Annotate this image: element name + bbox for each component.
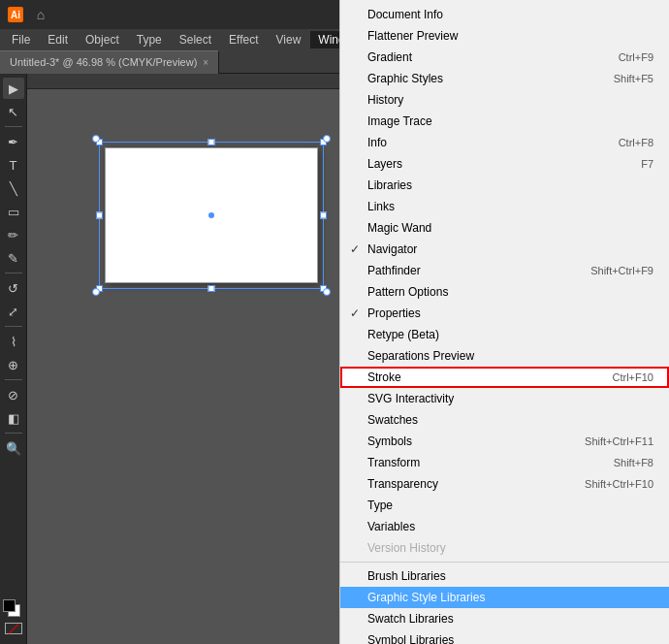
line-tool-button[interactable]: ╲: [3, 177, 24, 199]
document-tab[interactable]: Untitled-3* @ 46.98 % (CMYK/Preview) ×: [0, 50, 219, 74]
handle-ml[interactable]: [96, 212, 103, 219]
menu-item-image-trace[interactable]: Image Trace: [340, 111, 669, 132]
scale-tool-button[interactable]: ⤢: [3, 301, 24, 322]
zoom-tool-button[interactable]: 🔍: [3, 437, 24, 459]
handle-tl[interactable]: [96, 139, 103, 145]
selection-tool-button[interactable]: ▶: [3, 78, 24, 99]
type-tool-button[interactable]: T: [3, 154, 24, 176]
menu-effect[interactable]: Effect: [221, 31, 266, 48]
menu-item-history[interactable]: History: [340, 89, 669, 111]
menu-view[interactable]: View: [269, 31, 309, 48]
menu-item-magic-wand[interactable]: Magic Wand: [340, 217, 669, 239]
handle-bm[interactable]: [208, 285, 215, 292]
left-toolbar: ▶ ↖ ✒ T ╲ ▭ ✏ ✎ ↺ ⤢ ⌇ ⊕ ⊘ ◧ 🔍: [0, 74, 27, 644]
menu-item-swatch-libraries[interactable]: Swatch Libraries: [340, 608, 669, 629]
tool-separator-5: [5, 433, 22, 434]
pencil-tool-button[interactable]: ✎: [3, 247, 24, 269]
tool-separator-3: [5, 326, 22, 327]
tool-separator-1: [5, 126, 22, 127]
menu-item-gradient[interactable]: Gradient Ctrl+F9: [340, 47, 669, 68]
menu-item-pathfinder[interactable]: Pathfinder Shift+Ctrl+F9: [340, 260, 669, 281]
tab-close-button[interactable]: ×: [203, 57, 208, 68]
home-button[interactable]: ⌂: [31, 5, 50, 24]
menu-item-brush-libraries[interactable]: Brush Libraries: [340, 565, 669, 587]
menu-item-properties[interactable]: Properties: [340, 303, 669, 324]
menu-item-document-info[interactable]: Document Info: [340, 4, 669, 25]
menu-item-transform[interactable]: Transform Shift+F8: [340, 452, 669, 473]
rotate-tool-button[interactable]: ↺: [3, 277, 24, 299]
menu-item-pattern-options[interactable]: Pattern Options: [340, 281, 669, 303]
tool-separator-4: [5, 379, 22, 380]
tab-label: Untitled-3* @ 46.98 % (CMYK/Preview): [10, 56, 197, 68]
menu-object[interactable]: Object: [78, 31, 127, 48]
handle-bl[interactable]: [96, 285, 103, 292]
handle-mr[interactable]: [320, 212, 327, 219]
menu-item-version-history: Version History: [340, 537, 669, 559]
menu-item-retype[interactable]: Retype (Beta): [340, 324, 669, 345]
handle-br[interactable]: [320, 285, 327, 292]
menu-item-svg-interactivity[interactable]: SVG Interactivity: [340, 388, 669, 409]
menu-item-links[interactable]: Links: [340, 196, 669, 217]
menu-item-flattener-preview[interactable]: Flattener Preview: [340, 25, 669, 47]
rotate-handle-tl[interactable]: [92, 135, 100, 143]
paintbrush-tool-button[interactable]: ✏: [3, 224, 24, 245]
handle-tm[interactable]: [208, 139, 215, 145]
gradient-tool-button[interactable]: ◧: [3, 407, 24, 429]
pen-tool-button[interactable]: ✒: [3, 131, 24, 152]
none-swatch[interactable]: [5, 623, 22, 634]
blend-tool-button[interactable]: ⊕: [3, 354, 24, 375]
artboard: [105, 147, 318, 283]
menu-item-variables[interactable]: Variables: [340, 516, 669, 537]
handle-tr[interactable]: [320, 139, 327, 145]
menu-select[interactable]: Select: [172, 31, 219, 48]
menu-item-stroke[interactable]: Stroke Ctrl+F10: [340, 367, 669, 388]
rotate-handle-tr[interactable]: [323, 135, 331, 143]
menu-item-separations-preview[interactable]: Separations Preview: [340, 345, 669, 367]
menu-item-transparency[interactable]: Transparency Shift+Ctrl+F10: [340, 473, 669, 495]
menu-item-layers[interactable]: Layers F7: [340, 153, 669, 175]
menu-item-symbols[interactable]: Symbols Shift+Ctrl+F11: [340, 431, 669, 452]
menu-item-symbol-libraries[interactable]: Symbol Libraries: [340, 629, 669, 644]
menu-item-type[interactable]: Type: [340, 495, 669, 516]
menu-edit[interactable]: Edit: [40, 31, 76, 48]
menu-item-info[interactable]: Info Ctrl+F8: [340, 132, 669, 153]
color-area: [3, 599, 24, 621]
shape-tool-button[interactable]: ▭: [3, 201, 24, 222]
rotate-handle-bl[interactable]: [92, 288, 100, 296]
menu-section-main: Document Info Flattener Preview Gradient…: [340, 0, 669, 644]
menu-item-libraries[interactable]: Libraries: [340, 175, 669, 196]
window-menu-dropdown: Document Info Flattener Preview Gradient…: [339, 0, 669, 644]
menu-item-graphic-styles[interactable]: Graphic Styles Shift+F5: [340, 68, 669, 89]
menu-item-graphic-style-libraries[interactable]: Graphic Style Libraries: [340, 587, 669, 608]
menu-item-navigator[interactable]: Navigator: [340, 239, 669, 260]
direct-selection-tool-button[interactable]: ↖: [3, 101, 24, 122]
tool-separator-2: [5, 273, 22, 274]
eyedropper-tool-button[interactable]: ⊘: [3, 384, 24, 405]
menu-item-swatches[interactable]: Swatches: [340, 409, 669, 431]
menu-file[interactable]: File: [4, 31, 38, 48]
app-icon: Ai: [8, 7, 23, 22]
rotate-handle-br[interactable]: [323, 288, 331, 296]
menu-type[interactable]: Type: [129, 31, 170, 48]
main-area: ▶ ↖ ✒ T ╲ ▭ ✏ ✎ ↺ ⤢ ⌇ ⊕ ⊘ ◧ 🔍: [0, 74, 669, 644]
warp-tool-button[interactable]: ⌇: [3, 331, 24, 352]
foreground-color-swatch[interactable]: [3, 599, 16, 612]
menu-separator-1: [340, 562, 669, 563]
